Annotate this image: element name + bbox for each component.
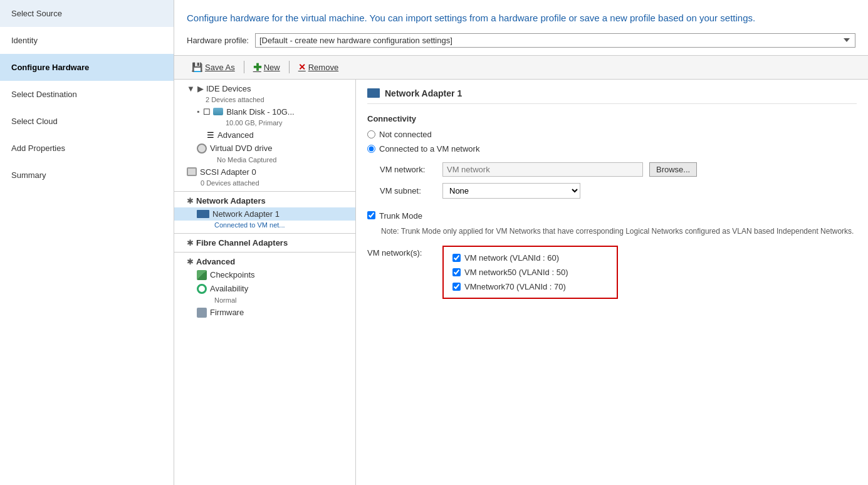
main-content: Configure hardware for the virtual machi… bbox=[174, 0, 868, 485]
hardware-profile-label: Hardware profile: bbox=[187, 36, 249, 45]
tree-item-scsi[interactable]: SCSI Adapter 0 bbox=[174, 165, 355, 179]
browse-button[interactable]: Browse... bbox=[649, 162, 697, 177]
vm-network-label-2: VM network50 (VLANId : 50) bbox=[464, 268, 568, 277]
panel-title-text: Network Adapter 1 bbox=[385, 88, 462, 98]
remove-label: Remove bbox=[308, 63, 338, 72]
tree-divider-3 bbox=[174, 252, 355, 253]
right-panel: Network Adapter 1 Connectivity Not conne… bbox=[356, 80, 868, 486]
content-area: ▼ ▶ IDE Devices 2 Devices attached ▪ ☐ B… bbox=[174, 80, 868, 486]
toolbar: 💾 Save As ✚ New ✕ Remove bbox=[174, 56, 868, 80]
vm-subnet-field-row: VM subnet: None bbox=[367, 183, 857, 199]
tree-item-dvd[interactable]: Virtual DVD drive bbox=[174, 142, 355, 155]
tree-item-availability[interactable]: Availability bbox=[174, 282, 355, 296]
trunk-mode-note: Note: Trunk Mode only applied for VM Net… bbox=[367, 226, 857, 237]
vm-network-item-1[interactable]: VM network (VLANId : 60) bbox=[452, 253, 608, 263]
advanced-section-label: Advanced bbox=[196, 257, 235, 266]
network-adapter-1-sublabel: Connected to VM net... bbox=[174, 221, 355, 231]
save-icon: 💾 bbox=[192, 62, 202, 72]
not-connected-label: Not connected bbox=[379, 130, 432, 139]
sidebar: Select Source Identity Configure Hardwar… bbox=[0, 0, 174, 485]
ide-devices-label: IDE Devices bbox=[206, 84, 251, 93]
scsi-icon bbox=[187, 167, 197, 176]
checkpoints-icon bbox=[197, 270, 207, 280]
tree-item-firmware[interactable]: Firmware bbox=[174, 306, 355, 320]
remove-button[interactable]: ✕ Remove bbox=[293, 60, 343, 74]
vm-subnet-field-label: VM subnet: bbox=[380, 186, 436, 196]
blank-disk-sublabel: 10.00 GB, Primary bbox=[174, 118, 355, 128]
sidebar-item-select-destination[interactable]: Select Destination bbox=[0, 81, 174, 108]
trunk-mode-checkbox[interactable] bbox=[367, 211, 375, 219]
save-as-label: Save As bbox=[205, 63, 235, 72]
spacer-1 bbox=[367, 205, 857, 211]
sidebar-item-select-cloud[interactable]: Select Cloud bbox=[0, 108, 174, 135]
tree-divider-1 bbox=[174, 191, 355, 192]
radio-not-connected[interactable]: Not connected bbox=[367, 130, 857, 139]
availability-label: Availability bbox=[210, 284, 248, 293]
vm-network-label-1: VM network (VLANId : 60) bbox=[464, 253, 559, 263]
device-tree: ▼ ▶ IDE Devices 2 Devices attached ▪ ☐ B… bbox=[174, 80, 356, 486]
availability-icon bbox=[197, 284, 207, 294]
sidebar-item-add-properties[interactable]: Add Properties bbox=[0, 135, 174, 162]
vm-network-item-3[interactable]: VMnetwork70 (VLANId : 70) bbox=[452, 282, 608, 291]
hardware-profile-select[interactable]: [Default - create new hardware configura… bbox=[255, 33, 855, 48]
vm-network-checkbox-3[interactable] bbox=[452, 283, 461, 291]
advanced-section-collapse-icon: ✱ bbox=[187, 257, 194, 266]
vm-network-input[interactable] bbox=[442, 162, 643, 177]
blank-disk-label: Blank Disk - 10G... bbox=[226, 107, 294, 117]
tree-divider-2 bbox=[174, 233, 355, 234]
sidebar-label-select-source: Select Source bbox=[11, 9, 62, 18]
scsi-sublabel: 0 Devices attached bbox=[174, 179, 355, 189]
connected-vm-radio[interactable] bbox=[367, 145, 375, 153]
not-connected-radio[interactable] bbox=[367, 130, 375, 138]
radio-connected-vm[interactable]: Connected to a VM network bbox=[367, 144, 857, 154]
network-adapter-icon bbox=[197, 210, 209, 218]
firmware-label: Firmware bbox=[210, 308, 244, 317]
fibre-channel-collapse-icon: ✱ bbox=[187, 238, 194, 248]
save-as-button[interactable]: 💾 Save As bbox=[187, 60, 240, 74]
checkpoints-label: Checkpoints bbox=[210, 270, 255, 279]
vm-subnet-select[interactable]: None bbox=[442, 183, 580, 199]
vm-network-item-2[interactable]: VM network50 (VLANId : 50) bbox=[452, 268, 608, 277]
network-adapter-1-label: Network Adapter 1 bbox=[212, 209, 280, 219]
network-adapter-panel-icon bbox=[367, 88, 380, 98]
connected-vm-label: Connected to a VM network bbox=[379, 144, 479, 154]
ide-devices-sublabel: 2 Devices attached bbox=[174, 95, 355, 105]
trunk-mode-checkbox-row[interactable]: Trunk Mode bbox=[367, 211, 857, 221]
connectivity-radio-group: Not connected Connected to a VM network bbox=[367, 130, 857, 154]
vm-networks-section: VM network(s): VM network (VLANId : 60) … bbox=[367, 246, 857, 299]
sidebar-label-select-destination: Select Destination bbox=[11, 90, 77, 99]
tree-item-blank-disk[interactable]: ▪ ☐ Blank Disk - 10G... bbox=[174, 105, 355, 118]
network-adapters-collapse-icon: ✱ bbox=[187, 196, 194, 206]
disk-checkbox-icon: ☐ bbox=[203, 107, 211, 117]
sidebar-label-configure-hardware: Configure Hardware bbox=[11, 63, 89, 72]
connectivity-label: Connectivity bbox=[367, 114, 857, 123]
tree-item-checkpoints[interactable]: Checkpoints bbox=[174, 268, 355, 282]
vm-network-checkbox-2[interactable] bbox=[452, 268, 461, 276]
remove-icon: ✕ bbox=[298, 62, 306, 72]
sidebar-label-identity: Identity bbox=[11, 36, 38, 45]
network-adapters-label: Network Adapters bbox=[196, 196, 266, 206]
advanced-icon: ☰ bbox=[207, 130, 214, 140]
tree-item-network-adapters[interactable]: ✱ Network Adapters bbox=[174, 194, 355, 207]
sidebar-item-identity[interactable]: Identity bbox=[0, 27, 174, 54]
tree-item-ide-devices[interactable]: ▼ ▶ IDE Devices bbox=[174, 82, 355, 95]
main-header: Configure hardware for the virtual machi… bbox=[174, 0, 868, 56]
sidebar-item-summary[interactable]: Summary bbox=[0, 162, 174, 189]
ide-collapse-icon: ▼ bbox=[187, 84, 195, 93]
sidebar-item-configure-hardware[interactable]: Configure Hardware bbox=[0, 54, 174, 81]
vm-network-checkbox-1[interactable] bbox=[452, 254, 461, 262]
new-button[interactable]: ✚ New bbox=[248, 60, 285, 75]
disk-icon: ▪ bbox=[197, 107, 199, 116]
sidebar-label-summary: Summary bbox=[11, 170, 46, 180]
firmware-icon bbox=[197, 308, 207, 318]
tree-item-network-adapter-1[interactable]: Network Adapter 1 bbox=[174, 207, 355, 221]
tree-item-advanced-section[interactable]: ✱ Advanced bbox=[174, 255, 355, 268]
sidebar-item-select-source[interactable]: Select Source bbox=[0, 0, 174, 27]
dvd-sublabel: No Media Captured bbox=[174, 155, 355, 165]
toolbar-separator-2 bbox=[289, 61, 290, 73]
sidebar-label-select-cloud: Select Cloud bbox=[11, 117, 58, 126]
tree-item-advanced-disk[interactable]: ☰ Advanced bbox=[174, 128, 355, 142]
dvd-label: Virtual DVD drive bbox=[210, 143, 272, 153]
panel-title: Network Adapter 1 bbox=[367, 88, 857, 104]
tree-item-fibre-channel[interactable]: ✱ Fibre Channel Adapters bbox=[174, 236, 355, 249]
